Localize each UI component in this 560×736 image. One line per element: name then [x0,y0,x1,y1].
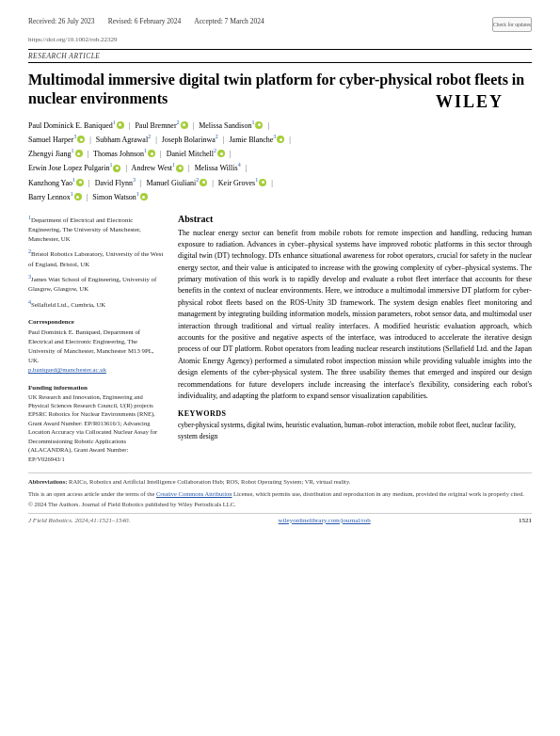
submission-dates: Received: 26 July 2023 Revised: 6 Februa… [28,17,264,25]
orcid-icon [76,179,84,186]
affiliation-2: 2Bristol Robotics Laboratory, University… [28,248,165,269]
open-access-line: This is an open access article under the… [28,489,532,498]
orcid-icon [140,193,148,200]
author-mitchell: Daniel Mitchell2 [167,150,225,158]
accepted-date: Accepted: 7 March 2024 [194,17,264,25]
author-harper: Samuel Harper3 [28,136,85,144]
wiley-logo: WILEY [436,92,504,112]
author-bolarinwa: Joseph Bolarinwa2 [162,136,218,144]
keywords-section: KEYWORDS cyber-physical systems, digital… [178,409,532,441]
orcid-icon [181,121,188,129]
author-west: Andrew West1 [132,164,184,172]
correspondence-name: Paul Dominick E. Baniqued, Department of… [28,328,165,366]
orcid-icon [176,165,184,172]
abstract-title: Abstract [178,214,532,224]
author-giuliani: Manuel Giuliani2 [147,179,208,187]
author-groves: Keir Groves1 [218,179,266,187]
revised-date: Revised: 6 February 2024 [108,17,182,25]
doi-text: https://doi.org/10.1002/rob.22329 [28,36,118,43]
keywords-title: KEYWORDS [178,409,532,418]
correspondence-block: Correspondence Paul Dominick E. Baniqued… [28,317,165,375]
orcid-icon [200,179,207,186]
correspondence-title: Correspondence [28,317,165,328]
check-updates-label: Check for updates [493,22,531,28]
affiliation-4: 4Sellafield Ltd., Cumbria, UK [28,298,165,310]
footer-journal: J Field Robotics. 2024;41:1521–1540. [28,517,130,524]
affiliation-1: 1Department of Electrical and Electronic… [28,214,165,245]
cc-license-link[interactable]: Creative Commons Attribution [156,490,232,497]
authors-block: Paul Dominick E. Baniqued1 | Paul Bremne… [28,118,532,204]
author-bremner: Paul Bremner2 [135,121,187,130]
right-column: Abstract The nuclear energy sector can b… [178,214,532,464]
funding-block: Funding information UK Research and Inno… [28,383,165,464]
page-footer: J Field Robotics. 2024;41:1521–1540. wil… [28,513,532,524]
author-flynn: David Flynn3 [95,179,136,187]
received-date: Received: 26 July 2023 [28,17,95,25]
author-sandison: Melissa Sandison1 [199,121,263,130]
abstract-section: Abstract The nuclear energy sector can b… [178,214,532,403]
abbrev-text: RAICo, Robotics and Artificial Intellige… [69,478,350,485]
left-column: 1Department of Electrical and Electronic… [28,214,165,464]
footer-page: 1521 [519,517,532,524]
top-bar: Received: 26 July 2023 Revised: 6 Februa… [28,17,532,32]
abbrev-label: Abbreviations: [28,478,67,485]
abstract-text: The nuclear energy sector can benefit fr… [178,228,532,403]
author-johnson: Thomas Johnson1 [93,150,155,158]
footer-url[interactable]: wileyonlinelibrary.com/journal/rob [279,517,371,524]
orcid-icon [277,136,284,143]
abbreviations-line: Abbreviations: RAICo, Robotics and Artif… [28,477,532,486]
orcid-icon [113,165,120,172]
orcid-icon [74,193,82,200]
author-willis: Melissa Willis4 [195,164,241,172]
orcid-icon [117,121,124,129]
author-agrawal: Subham Agrawal2 [96,136,151,144]
correspondence-email[interactable]: p.baniqued@manchester.ac.uk [28,365,165,375]
author-yao: Kanzhong Yao1 [28,179,84,187]
section-label: RESEARCH ARTICLE [28,49,532,63]
check-updates-badge: Check for updates [492,17,532,32]
page: Received: 26 July 2023 Revised: 6 Februa… [0,0,560,736]
affiliations-block: 1Department of Electrical and Electronic… [28,214,165,311]
keywords-text: cyber-physical systems, digital twins, h… [178,420,532,441]
author-pulgarin: Erwin Jose Lopez Pulgarin1 [28,164,120,172]
author-lennox: Barry Lennox1 [28,193,82,201]
orcid-icon [217,150,225,157]
orcid-icon [259,179,266,186]
author-blanche: Jamie Blanche3 [229,136,284,144]
author-baniqued: Paul Dominick E. Baniqued1 [28,121,124,130]
orcid-icon [75,150,83,157]
author-watson: Simon Watson1 [92,193,148,201]
orcid-icon [77,136,85,143]
affiliation-3: 3James Watt School of Engineering, Unive… [28,273,165,295]
author-jiang: Zhengyi Jiang1 [28,150,83,158]
bottom-bar: Abbreviations: RAICo, Robotics and Artif… [28,472,532,507]
orcid-icon [148,150,155,157]
doi-line: https://doi.org/10.1002/rob.22329 [28,36,532,43]
funding-text: UK Research and Innovation, Engineering … [28,392,165,463]
orcid-icon [255,121,263,129]
two-col-section: 1Department of Electrical and Electronic… [28,214,532,464]
funding-title: Funding information [28,383,165,392]
copyright-line: © 2024 The Authors. Journal of Field Rob… [28,501,532,507]
